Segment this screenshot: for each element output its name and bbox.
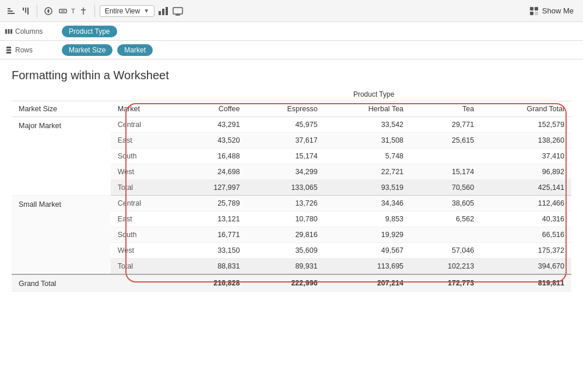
svg-rect-5 bbox=[27, 8, 29, 15]
col-header-espresso: Espresso bbox=[247, 101, 324, 117]
toolbar: T Entire View ▼ Show Me bbox=[0, 0, 583, 22]
svg-rect-17 bbox=[530, 7, 533, 10]
herbal_tea-cell: 5,748 bbox=[325, 149, 410, 164]
col-header-herbal-tea: Herbal Tea bbox=[325, 101, 410, 117]
sort-cols-icon[interactable] bbox=[19, 5, 32, 17]
col-header-coffee: Coffee bbox=[176, 101, 247, 117]
grand-total-herbal_tea: 207,214 bbox=[325, 274, 410, 292]
grand_total-cell: 394,670 bbox=[481, 259, 571, 275]
col-header-market: Market bbox=[111, 101, 177, 117]
toolbar-group-chart bbox=[157, 5, 189, 17]
toolbar-group-sort bbox=[5, 5, 37, 17]
grand_total-cell: 96,892 bbox=[481, 164, 571, 180]
coffee-cell: 88,831 bbox=[176, 259, 247, 275]
market-cell: South bbox=[111, 227, 177, 243]
coffee-cell: 24,698 bbox=[176, 164, 247, 180]
espresso-cell: 34,299 bbox=[247, 164, 324, 180]
herbal_tea-cell: 49,567 bbox=[325, 243, 410, 259]
espresso-cell: 35,609 bbox=[247, 243, 324, 259]
grand_total-cell: 37,410 bbox=[481, 149, 571, 164]
market-cell: West bbox=[111, 164, 177, 180]
tea-cell: 70,560 bbox=[410, 180, 481, 196]
rows-label: Rows bbox=[5, 46, 57, 54]
tooltip-icon[interactable]: T bbox=[71, 8, 75, 15]
svg-rect-18 bbox=[535, 7, 538, 10]
espresso-cell: 29,816 bbox=[247, 227, 324, 243]
rows-icon bbox=[5, 46, 13, 54]
herbal_tea-cell: 33,542 bbox=[325, 117, 410, 133]
market-cell: East bbox=[111, 211, 177, 227]
view-selector-label: Entire View bbox=[105, 7, 140, 15]
herbal_tea-cell: 113,695 bbox=[325, 259, 410, 275]
market-cell: West bbox=[111, 243, 177, 259]
grand-total-coffee: 216,828 bbox=[176, 274, 247, 292]
tea-cell: 29,771 bbox=[410, 117, 481, 133]
herbal_tea-cell: 22,721 bbox=[325, 164, 410, 180]
tea-cell: 6,562 bbox=[410, 211, 481, 227]
coffee-cell: 13,121 bbox=[176, 211, 247, 227]
grand_total-cell: 152,579 bbox=[481, 117, 571, 133]
market-size-cell: Small Market bbox=[12, 196, 111, 275]
table-container: Product Type Market Size Market Coffee E… bbox=[0, 87, 583, 303]
tea-cell: 38,605 bbox=[410, 196, 481, 211]
grand-total-label: Grand Total bbox=[12, 274, 176, 292]
columns-row: Columns Product Type bbox=[0, 22, 583, 41]
label-icon[interactable] bbox=[57, 5, 69, 17]
rows-label-text: Rows bbox=[15, 46, 33, 54]
data-table: Product Type Market Size Market Coffee E… bbox=[12, 87, 571, 292]
espresso-cell: 45,975 bbox=[247, 117, 324, 133]
title-area: Formatting within a Worksheet bbox=[0, 59, 583, 87]
color-icon[interactable] bbox=[42, 5, 55, 17]
chevron-down-icon: ▼ bbox=[143, 8, 149, 14]
svg-rect-20 bbox=[535, 12, 538, 15]
screen-icon[interactable] bbox=[171, 5, 184, 17]
market-cell: Total bbox=[111, 259, 177, 275]
rows-row: Rows Market Size Market bbox=[0, 41, 583, 59]
col-header-tea: Tea bbox=[410, 101, 481, 117]
svg-rect-24 bbox=[6, 47, 11, 48]
rows-pill-market-size[interactable]: Market Size bbox=[62, 44, 113, 56]
herbal_tea-cell: 9,853 bbox=[325, 211, 410, 227]
coffee-cell: 127,997 bbox=[176, 180, 247, 196]
tea-cell: 15,174 bbox=[410, 164, 481, 180]
empty-header bbox=[12, 87, 176, 101]
svg-rect-26 bbox=[6, 52, 11, 54]
pin-icon[interactable] bbox=[77, 5, 90, 17]
svg-rect-3 bbox=[23, 8, 24, 10]
herbal_tea-cell: 93,519 bbox=[325, 180, 410, 196]
espresso-cell: 13,726 bbox=[247, 196, 324, 211]
market-cell: South bbox=[111, 149, 177, 164]
grand-total-espresso: 222,996 bbox=[247, 274, 324, 292]
columns-pill-product-type[interactable]: Product Type bbox=[62, 26, 117, 37]
product-type-header: Product Type bbox=[176, 87, 571, 101]
columns-label: Columns bbox=[5, 27, 57, 36]
view-selector[interactable]: Entire View ▼ bbox=[100, 5, 154, 17]
tea-cell: 102,213 bbox=[410, 259, 481, 275]
toolbar-group-format: T bbox=[42, 5, 95, 17]
espresso-cell: 10,780 bbox=[247, 211, 324, 227]
grand-total-grand_total: 819,811 bbox=[481, 274, 571, 292]
rows-pill-market[interactable]: Market bbox=[117, 44, 153, 56]
page-title: Formatting within a Worksheet bbox=[12, 69, 571, 82]
grand_total-cell: 40,316 bbox=[481, 211, 571, 227]
chart-type-icon[interactable] bbox=[157, 5, 170, 17]
show-me-label: Show Me bbox=[542, 6, 574, 15]
market-cell: Total bbox=[111, 180, 177, 196]
svg-rect-12 bbox=[162, 9, 164, 15]
coffee-cell: 43,520 bbox=[176, 133, 247, 149]
herbal_tea-cell: 34,346 bbox=[325, 196, 410, 211]
grand_total-cell: 138,260 bbox=[481, 133, 571, 149]
tea-cell bbox=[410, 149, 481, 164]
market-cell: Central bbox=[111, 117, 177, 133]
svg-rect-1 bbox=[8, 10, 13, 12]
svg-rect-13 bbox=[166, 7, 168, 15]
coffee-cell: 16,771 bbox=[176, 227, 247, 243]
coffee-cell: 33,150 bbox=[176, 243, 247, 259]
espresso-cell: 37,617 bbox=[247, 133, 324, 149]
sort-rows-icon[interactable] bbox=[5, 5, 17, 17]
grand-total-tea: 172,773 bbox=[410, 274, 481, 292]
grand_total-cell: 425,141 bbox=[481, 180, 571, 196]
grand_total-cell: 66,516 bbox=[481, 227, 571, 243]
svg-rect-4 bbox=[25, 8, 26, 13]
show-me-button[interactable]: Show Me bbox=[525, 4, 578, 18]
